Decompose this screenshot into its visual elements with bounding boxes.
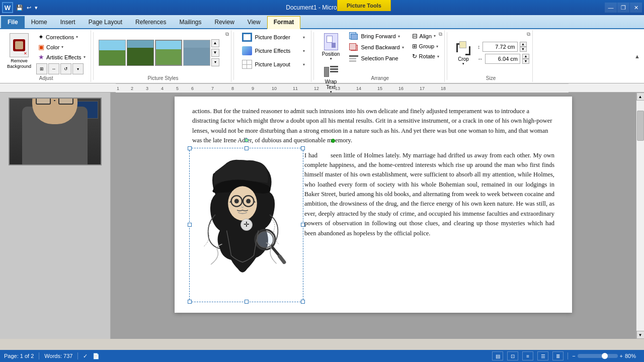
bring-forward-button[interactable]: Bring Forward ▾	[347, 31, 406, 41]
handle-top-right[interactable]	[301, 146, 305, 150]
sb-chevron: ▾	[402, 45, 404, 50]
style-thumb-4[interactable]	[183, 40, 210, 66]
size-collapse[interactable]: ⧉	[527, 31, 530, 37]
height-icon: ↕	[477, 44, 480, 50]
selection-pane-button[interactable]: Selection Pane	[347, 53, 406, 63]
rotate-icon: ↻	[412, 53, 417, 60]
left-panel	[0, 93, 111, 339]
width-up[interactable]: ▲	[522, 54, 529, 59]
send-backward-button[interactable]: Send Backward ▾	[347, 42, 406, 52]
svg-point-27	[234, 199, 239, 203]
tab-insert[interactable]: Insert	[54, 16, 82, 28]
remove-background-button[interactable]: ✕ RemoveBackground	[5, 31, 33, 71]
align-button[interactable]: ⊟ Align ▾	[410, 31, 441, 41]
maximize-button[interactable]: ❐	[617, 3, 629, 13]
tab-review[interactable]: Review	[208, 16, 240, 28]
change-picture-button[interactable]: ↔	[48, 63, 59, 74]
picture-border-button[interactable]: Picture Border ▾	[239, 31, 308, 43]
align-chevron: ▾	[434, 34, 436, 38]
corrections-button[interactable]: ✦ Corrections ▾	[36, 32, 87, 42]
reset-dropdown-button[interactable]: ▾	[72, 63, 84, 74]
picture-layout-icon	[242, 60, 252, 69]
ribbon-group-size: Crop ▾ ↕ ▲ ▼ ↔ ▲ ▼	[449, 30, 533, 82]
window-controls: — ❐ ✕	[605, 3, 642, 13]
full-screen-view-button[interactable]: ⊡	[507, 351, 518, 360]
position-button[interactable]: Position ▾	[319, 31, 343, 63]
height-input[interactable]	[482, 42, 518, 52]
crop-button[interactable]: Crop ▾	[452, 37, 474, 68]
qa-save[interactable]: 💾	[15, 4, 24, 12]
style-thumb-1[interactable]	[99, 40, 126, 66]
svg-text:9: 9	[252, 86, 254, 91]
tab-references[interactable]: References	[129, 16, 173, 28]
selected-image[interactable]: ✛	[192, 151, 300, 299]
minimize-button[interactable]: —	[605, 3, 617, 13]
styles-scroll-up[interactable]: ▲	[211, 39, 219, 47]
width-down[interactable]: ▼	[522, 59, 529, 64]
qa-dropdown[interactable]: ▾	[34, 4, 39, 12]
reset-picture-button[interactable]: ↺	[60, 63, 71, 74]
group-button[interactable]: ⊞ Group ▾	[410, 42, 441, 51]
document-page: actions. But for the trained reasoner to…	[175, 97, 572, 313]
draft-view-button[interactable]: ≣	[552, 351, 564, 360]
svg-text:5: 5	[176, 86, 179, 91]
paragraph-2-container: ✛	[192, 151, 554, 238]
bf-chevron: ▾	[398, 34, 400, 39]
tab-home[interactable]: Home	[25, 16, 54, 28]
style-thumb-3[interactable]	[155, 40, 182, 66]
group-label: Group	[419, 43, 435, 49]
scroll-down-button[interactable]: ▼	[636, 331, 645, 339]
smart-tag-indicator	[331, 139, 335, 143]
scroll-thumb[interactable]	[637, 111, 644, 141]
ribbon-collapse-button[interactable]: ▲	[634, 53, 640, 59]
handle-bottom-right[interactable]	[301, 300, 305, 304]
handle-top-left[interactable]	[188, 146, 192, 150]
height-down[interactable]: ▼	[520, 47, 527, 52]
style-thumb-2[interactable]	[127, 40, 154, 66]
compress-button[interactable]: ⊞	[36, 63, 47, 74]
web-view-button[interactable]: ≡	[522, 351, 533, 360]
handle-top-middle[interactable]	[245, 146, 249, 150]
styles-expand[interactable]: ▾	[211, 58, 219, 66]
artistic-icon: ★	[38, 53, 44, 61]
handle-bottom-middle[interactable]	[245, 300, 249, 304]
styles-scroll-down[interactable]: ▼	[211, 49, 219, 57]
doc-icon[interactable]: 📄	[93, 353, 100, 359]
tab-view[interactable]: View	[241, 16, 267, 28]
scroll-track[interactable]	[636, 101, 644, 331]
width-input[interactable]	[485, 54, 520, 64]
tab-file[interactable]: File	[1, 16, 25, 29]
tab-format[interactable]: Format	[267, 16, 301, 29]
rotate-button[interactable]: ↻ Rotate ▾	[410, 52, 441, 61]
picture-effects-button[interactable]: Picture Effects ▾	[239, 45, 308, 57]
picture-layout-button[interactable]: Picture Layout ▾	[239, 58, 308, 70]
corrections-chevron: ▾	[76, 35, 78, 39]
height-field: ↕ ▲ ▼	[477, 42, 529, 52]
zoom-slider[interactable]	[578, 354, 618, 358]
arrange-collapse[interactable]: ⧉	[439, 31, 442, 37]
ribbon-tabs: File Home Insert Page Layout References …	[0, 15, 644, 29]
outline-view-button[interactable]: ☰	[537, 351, 548, 360]
color-button[interactable]: ▣ Color ▾	[36, 42, 87, 52]
zoom-in-button[interactable]: +	[620, 353, 623, 359]
tab-page-layout[interactable]: Page Layout	[82, 16, 129, 28]
webcam-image	[10, 99, 101, 164]
svg-point-21	[228, 186, 257, 220]
position-chevron: ▾	[330, 57, 332, 61]
artistic-effects-button[interactable]: ★ Artistic Effects ▾	[36, 52, 87, 62]
tab-mailings[interactable]: Mailings	[173, 16, 208, 28]
print-view-button[interactable]: ▤	[492, 351, 503, 360]
pl-chevron: ▾	[303, 62, 305, 67]
width-spinner: ▲ ▼	[522, 54, 529, 64]
handle-bottom-left[interactable]	[188, 300, 192, 304]
proofing-icon[interactable]: ✓	[83, 353, 88, 359]
qa-undo[interactable]: ↩	[26, 4, 32, 12]
zoom-out-button[interactable]: −	[572, 353, 575, 359]
height-up[interactable]: ▲	[520, 42, 527, 47]
handle-middle-left[interactable]	[188, 223, 192, 227]
zoom-thumb[interactable]	[602, 353, 608, 359]
scroll-up-button[interactable]: ▲	[636, 93, 645, 101]
crop-label: Crop	[458, 56, 469, 62]
close-button[interactable]: ✕	[630, 3, 642, 13]
picture-styles-collapse[interactable]: ⧉	[225, 31, 229, 37]
